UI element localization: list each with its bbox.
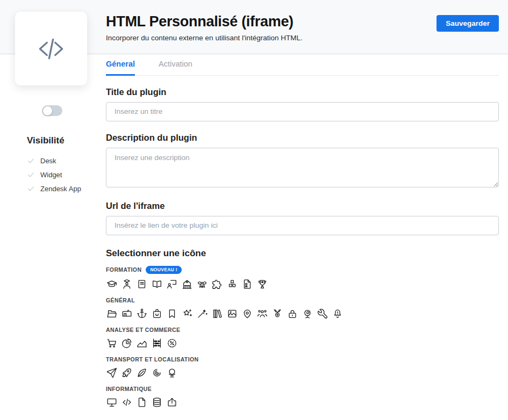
icon-categories: FORMATIONNOUVEAU !GÉNÉRALANALYSE ET COMM… [106, 266, 499, 408]
icon-category-label: ANALYSE ET COMMERCE [106, 327, 180, 333]
icon-row [106, 308, 499, 320]
visibility-heading: Visibilité [27, 135, 105, 146]
library-books-icon[interactable] [211, 308, 223, 320]
icon-category-label: INFORMATIQUE [106, 386, 152, 392]
url-field-label: Url de l'iframe [106, 201, 499, 211]
puzzle-icon[interactable] [211, 278, 223, 290]
visibility-item-zendesk-app[interactable]: Zendesk App [27, 182, 105, 195]
description-field-label: Description du plugin [106, 133, 499, 143]
notebook-icon[interactable] [136, 278, 148, 290]
icon-row [106, 367, 499, 379]
icon-row [106, 396, 499, 408]
star-sparkle-icon[interactable] [181, 308, 193, 320]
photo-icon[interactable] [226, 308, 238, 320]
alert-bell-icon[interactable] [332, 308, 344, 320]
icon-row [106, 337, 499, 349]
icon-category-label: FORMATION [106, 266, 141, 273]
plugin-enabled-toggle[interactable] [42, 105, 62, 116]
map-pin-icon[interactable] [241, 308, 253, 320]
presentation-icon[interactable] [166, 278, 178, 290]
page-title: HTML Personnalisé (iframe) [106, 14, 303, 30]
tab-activation[interactable]: Activation [159, 60, 192, 76]
check-icon [27, 171, 35, 179]
url-input[interactable] [106, 216, 499, 235]
feather-icon[interactable] [136, 367, 148, 379]
bookmark-icon[interactable] [166, 308, 178, 320]
award-ribbon-icon[interactable] [196, 278, 208, 290]
padlock-icon[interactable] [287, 308, 298, 320]
file-icon[interactable] [136, 396, 148, 408]
desktop-monitor-icon[interactable] [106, 396, 118, 408]
toggle-knob [43, 106, 52, 115]
description-textarea[interactable] [106, 148, 499, 187]
visibility-item-widget[interactable]: Widget [27, 168, 105, 182]
abacus-icon[interactable] [151, 337, 163, 349]
check-icon [27, 157, 35, 165]
tab-bar: Géneral Activation [106, 60, 499, 76]
page-subtitle: Incorporer du contenu externe en utilisa… [106, 34, 303, 42]
title-field-label: Title du plugin [106, 87, 499, 97]
icon-row [106, 278, 499, 290]
users-group-icon[interactable] [256, 308, 268, 320]
percent-badge-icon[interactable] [166, 337, 178, 349]
magic-wand-icon[interactable] [196, 308, 208, 320]
cubes-icon[interactable] [226, 278, 238, 290]
wrench-icon[interactable] [317, 308, 328, 320]
mailbox-icon[interactable] [121, 308, 133, 320]
upload-icon[interactable] [166, 396, 178, 408]
icon-picker-heading: Selectionner une icône [106, 248, 499, 259]
school-building-icon[interactable] [181, 278, 193, 290]
database-icon[interactable] [151, 396, 163, 408]
save-button[interactable]: Sauvegarder [437, 15, 499, 32]
tab-general[interactable]: Géneral [106, 60, 135, 76]
open-book-icon[interactable] [151, 278, 163, 290]
check-icon [27, 185, 35, 193]
visibility-item-desk[interactable]: Desk [27, 154, 105, 168]
trophy-icon[interactable] [256, 278, 268, 290]
folder-open-icon[interactable] [106, 308, 118, 320]
globe-stand-icon[interactable] [166, 367, 178, 379]
anchor-icon[interactable] [136, 308, 148, 320]
webcam-icon[interactable] [302, 308, 313, 320]
bag-lock-icon[interactable] [151, 308, 163, 320]
spiral-icon[interactable] [151, 367, 163, 379]
title-input[interactable] [106, 102, 499, 121]
graduation-cap-icon[interactable] [106, 278, 118, 290]
shopping-cart-icon[interactable] [106, 337, 118, 349]
code-icon[interactable] [121, 396, 133, 408]
area-chart-icon[interactable] [136, 337, 148, 349]
new-badge: NOUVEAU ! [146, 266, 181, 274]
medal-icon[interactable] [271, 308, 283, 320]
certificate-icon[interactable] [241, 278, 253, 290]
icon-category-label: GÉNÉRAL [106, 297, 135, 303]
paper-plane-icon[interactable] [106, 367, 118, 379]
code-icon [34, 32, 68, 66]
student-icon[interactable] [121, 278, 133, 290]
icon-category-label: TRANSPORT ET LOCALISATION [106, 356, 199, 363]
visibility-section: Visibilité Desk Widget Zendesk App [27, 135, 105, 195]
rocket-icon[interactable] [121, 367, 133, 379]
plugin-icon-card [15, 12, 87, 85]
pie-chart-icon[interactable] [121, 337, 133, 349]
